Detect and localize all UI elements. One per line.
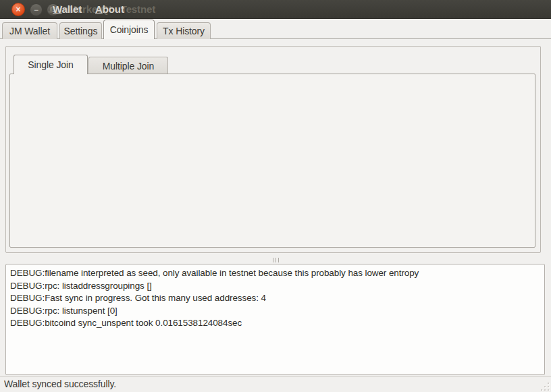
titlebar: × − JoinMarketQt - Testnet Wallet About (0, 0, 551, 19)
close-icon: × (16, 5, 21, 13)
log-output[interactable]: DEBUG:filename interpreted as seed, only… (5, 264, 545, 375)
subtab-multiple-join[interactable]: Multiple Join (88, 57, 168, 74)
close-button[interactable]: × (11, 3, 25, 16)
tab-jm-wallet[interactable]: JM Wallet (2, 22, 57, 39)
status-message: Wallet synced successfully. (4, 379, 116, 389)
minimize-icon: − (34, 6, 38, 14)
log-line: DEBUG:bitcoind sync_unspent took 0.01615… (10, 317, 540, 330)
minimize-button[interactable]: − (30, 3, 43, 16)
tab-settings[interactable]: Settings (59, 22, 102, 39)
menu-item-wallet[interactable]: Wallet (53, 0, 82, 19)
menu-wallet-rest: allet (62, 3, 82, 15)
app-window: { "titlebar": { "title_ghost": "JoinMark… (0, 0, 551, 392)
log-line: DEBUG:filename interpreted as seed, only… (10, 267, 540, 280)
resize-grip-icon[interactable] (540, 382, 549, 391)
status-bar: Wallet synced successfully. (0, 376, 551, 392)
subtab-single-join[interactable]: Single Join (14, 55, 88, 74)
splitter-handle[interactable] (0, 256, 551, 264)
log-line: DEBUG:Fast sync in progress. Got this ma… (10, 292, 540, 305)
menu-about-accel: A (95, 3, 103, 15)
menu-wallet-accel: W (53, 3, 62, 15)
menu-item-about[interactable]: About (95, 0, 124, 19)
tab-tx-history[interactable]: Tx History (157, 22, 211, 39)
log-line: DEBUG:rpc: listunspent [0] (10, 305, 540, 318)
tab-coinjoins[interactable]: Coinjoins (103, 20, 155, 39)
log-line: DEBUG:rpc: listaddressgroupings [] (10, 280, 540, 293)
single-join-pane (9, 74, 535, 248)
menu-about-rest: bout (103, 3, 124, 15)
